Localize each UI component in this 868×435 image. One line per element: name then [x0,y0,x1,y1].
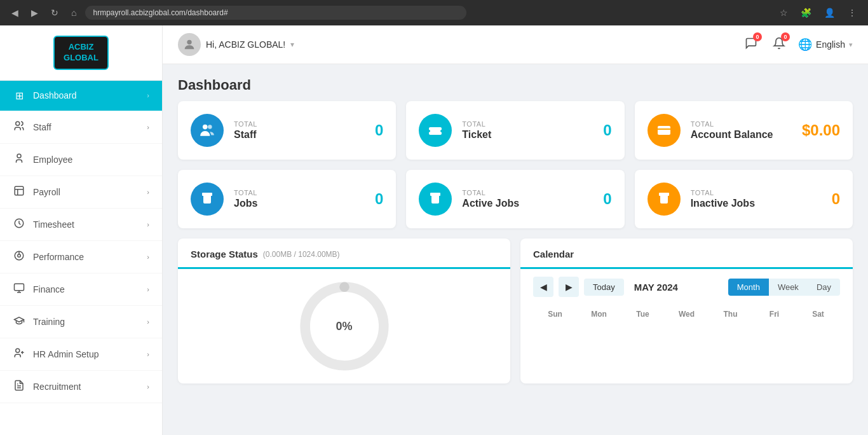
finance-icon [13,282,25,296]
balance-stat-icon [648,114,681,147]
employee-icon [13,153,25,167]
inactive-jobs-stat-icon [648,183,681,216]
svg-point-19 [660,131,662,134]
extension-icon[interactable]: 🧩 [797,5,815,20]
ticket-stat-icon [419,114,452,147]
bell-notification-button[interactable]: 0 [770,34,788,55]
stat-card-account-balance: Total Account Balance $0.00 [635,101,853,160]
staff-icon [13,120,25,134]
reload-button[interactable]: ↻ [47,5,62,20]
hr-admin-icon [13,347,25,361]
sidebar-item-label: Performance [33,252,84,262]
calendar-panel-header: Calendar [520,238,853,269]
stat-value-balance: $0.00 [802,121,840,139]
day-header-thu: Thu [709,307,752,321]
avatar [178,33,201,56]
bottom-section: Storage Status (0.00MB / 1024.00MB) 0% C… [163,238,868,394]
sidebar-item-timesheet[interactable]: Timesheet › [0,209,162,241]
stats-grid: Total Staff 0 Total Ticket 0 [163,101,868,238]
home-button[interactable]: ⌂ [67,5,80,20]
language-label: English [816,39,845,50]
sidebar-item-recruitment[interactable]: Recruitment › [0,371,162,403]
staff-stat-icon [191,114,224,147]
browser-chrome: ◀ ▶ ↻ ⌂ ☆ 🧩 👤 ⋮ [0,0,868,25]
calendar-today-button[interactable]: Today [584,279,624,296]
calendar-month-label: MAY 2024 [634,282,678,293]
stat-card-active-jobs: Total Active Jobs 0 [406,170,624,228]
app-container: ACBIZ GLOBAL ⊞ Dashboard › Staff › Emplo… [0,25,868,435]
menu-icon[interactable]: ⋮ [844,5,860,20]
sidebar-item-performance[interactable]: Performance › [0,241,162,273]
svg-rect-22 [430,193,440,196]
sidebar-item-training[interactable]: Training › [0,306,162,338]
sidebar-item-hr-admin[interactable]: HR Admin Setup › [0,338,162,371]
username-label: Hi, ACBIZ GLOBAL! [206,39,285,50]
sidebar-item-label: HR Admin Setup [33,349,99,359]
sidebar-item-label: Recruitment [33,382,81,392]
arrow-icon: › [147,123,149,131]
svg-point-1 [17,154,21,158]
timesheet-icon [13,218,25,231]
language-selector[interactable]: 🌐 English ▾ [798,38,853,52]
stat-label-big: Active Jobs [462,198,593,209]
stat-label-small: Total [234,189,365,197]
stat-label-small: Total [691,120,792,128]
day-header-mon: Mon [577,307,621,321]
stat-label-small: Total [691,189,822,197]
svg-rect-2 [15,186,24,195]
logo-box: ACBIZ GLOBAL [53,36,109,70]
calendar-title: Calendar [533,249,574,259]
calendar-day-headers: Sun Mon Tue Wed Thu Fri Sat [533,307,840,326]
forward-button[interactable]: ▶ [27,5,42,20]
main-content: Hi, ACBIZ GLOBAL! ▾ 0 0 🌐 English ▾ [163,25,868,435]
stat-label-small: Total [462,189,593,197]
stat-value-staff: 0 [375,121,383,139]
inactive-jobs-stat-info: Total Inactive Jobs [691,189,822,209]
stat-label-big: Staff [234,129,365,141]
stat-value-active-jobs: 0 [603,190,611,208]
sidebar-item-staff[interactable]: Staff › [0,111,162,144]
header-right: 0 0 🌐 English ▾ [742,34,853,55]
storage-panel-header: Storage Status (0.00MB / 1024.00MB) [178,238,510,269]
sidebar-logo: ACBIZ GLOBAL [0,25,162,81]
calendar-day-view-button[interactable]: Day [808,279,840,296]
bookmark-icon[interactable]: ☆ [776,5,792,20]
svg-rect-24 [659,193,669,196]
sidebar-item-label: Staff [33,122,51,132]
jobs-stat-icon [191,183,224,216]
arrow-icon: › [147,286,149,293]
training-icon [13,315,25,329]
donut-center-label: 0% [336,320,352,333]
calendar-month-view-button[interactable]: Month [728,279,769,296]
ticket-stat-info: Total Ticket [462,120,593,141]
day-header-fri: Fri [752,307,796,321]
profile-icon[interactable]: 👤 [820,5,839,20]
stat-card-total-ticket: Total Ticket 0 [406,101,624,160]
chat-notification-button[interactable]: 0 [742,34,760,55]
arrow-icon: › [147,383,149,390]
calendar-week-view-button[interactable]: Week [769,279,808,296]
jobs-stat-info: Total Jobs [234,189,365,209]
svg-rect-9 [15,284,24,291]
svg-point-16 [203,125,208,130]
stat-value-ticket: 0 [603,121,611,139]
calendar-prev-button[interactable]: ◀ [533,277,553,297]
back-button[interactable]: ◀ [8,5,22,20]
performance-icon [13,250,25,264]
svg-rect-18 [658,126,670,135]
svg-point-25 [663,198,665,201]
arrow-icon: › [147,253,149,261]
sidebar-item-finance[interactable]: Finance › [0,273,162,306]
svg-point-15 [187,40,191,45]
sidebar-item-dashboard[interactable]: ⊞ Dashboard › [0,81,162,111]
day-header-tue: Tue [621,307,665,321]
user-menu[interactable]: Hi, ACBIZ GLOBAL! ▾ [178,33,294,56]
stat-label-small: Total [462,120,593,128]
svg-point-23 [434,198,437,201]
sidebar-item-label: Dashboard [33,90,77,100]
calendar-next-button[interactable]: ▶ [559,277,579,297]
address-bar[interactable] [85,6,466,20]
sidebar-item-employee[interactable]: Employee [0,144,162,176]
stat-label-big: Jobs [234,198,365,209]
sidebar-item-payroll[interactable]: Payroll › [0,176,162,209]
